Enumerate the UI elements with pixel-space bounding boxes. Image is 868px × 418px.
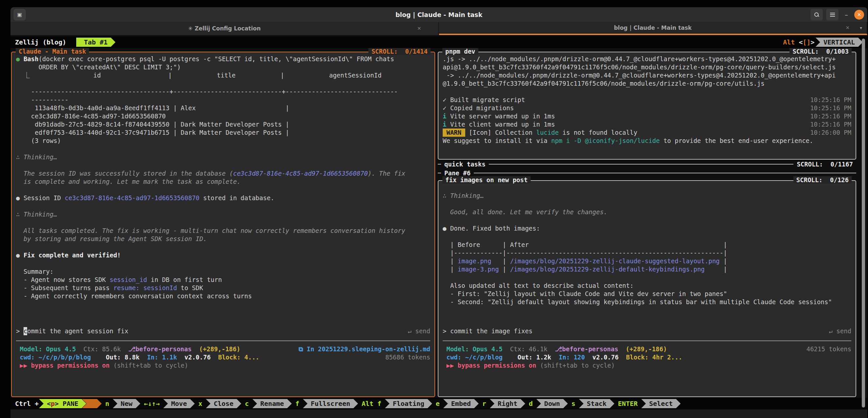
app-icon[interactable]: ▣ — [14, 9, 26, 20]
tab-close-icon[interactable]: ✕ — [845, 25, 850, 31]
pane-scroll-indicator: SCROLL: 0/126 — [794, 176, 851, 184]
terminal-line: Summary: — [16, 267, 430, 276]
pnpm-output: .js -> ../../node_modules/.pnpm/drizzle-… — [438, 52, 856, 145]
terminal-line: ce3c3d87-816e-4c85-ad97-1d6653560870 — [16, 112, 430, 120]
keybind-action-ribbon: Close — [206, 399, 241, 408]
terminal-line: ● Fix complete and verified! — [16, 251, 430, 259]
terminal-line: api@1.9.0_bett_b3c7fc33760f42a9f04791c11… — [443, 63, 851, 71]
pane-scroll-indicator: SCROLL: 0/1003 — [789, 48, 851, 55]
terminal-line: |-------------|-------------------------… — [443, 249, 851, 257]
keybind-action-ribbon: Move — [163, 399, 195, 408]
terminal-line — [16, 243, 430, 251]
zellij-keybind-bar: Ctrl + <p> PANE nNew←↓↑→MovexClosecRenam… — [10, 398, 867, 410]
terminal-line: ⎿ id | title | agentSessionId — [16, 71, 430, 79]
fix-images-output: ∴ Thinking… Good, all done. Let me verif… — [438, 181, 856, 306]
keybind-key-ribbon: ←↓↑→ — [136, 399, 167, 408]
keybind-key-ribbon: Alt f — [354, 399, 389, 408]
terminal-line: Model: Opus 4.5 Ctx: 85.6k ⎇before-perso… — [16, 345, 430, 353]
terminal-line: - First: "Zellij layout with Claude Code… — [443, 290, 851, 298]
pane-6-collapsed[interactable]: Pane #6 — [438, 168, 856, 177]
claude-prompt-input[interactable]: > commit the agent session fix↵ send — [16, 327, 430, 335]
terminal-line: 113a48fb-0d3b-4a0d-aa9a-8eedf1ff4113 | A… — [16, 104, 430, 112]
scrollbar-thumb[interactable] — [862, 39, 865, 408]
terminal-line: ∴ Thinking… — [443, 192, 851, 200]
mode-ribbon-pane: <p> PANE — [39, 399, 86, 408]
keybind-key-ribbon: ENTER — [610, 399, 646, 408]
app-icon-glyph: ▣ — [17, 11, 22, 18]
menu-button[interactable] — [826, 9, 839, 21]
pane-title: Claude - Main task — [16, 48, 89, 55]
pane-quick-tasks-collapsed[interactable]: quick tasks SCROLL: 0/1167 — [438, 160, 856, 168]
terminal-window: ▣ blog | Claude - Main task – ✕ ✳ Zellij… — [10, 7, 867, 418]
terminal-line: | Before | After | — [443, 241, 851, 249]
terminal-line: We suggest to install it via npm i -D @i… — [443, 137, 851, 145]
terminal-line: > commit the image fixes↵ send — [443, 327, 851, 335]
pane-pnpm-dev[interactable]: pnpm dev SCROLL: 0/1003 .js -> ../../nod… — [438, 52, 856, 160]
terminal-line — [443, 184, 851, 192]
terminal-line: edf0f753-4613-440d-92c1-37c9471b6715 | D… — [16, 129, 430, 137]
pane-fix-images[interactable]: fix images on new post SCROLL: 0/126 ∴ T… — [438, 180, 856, 397]
window-bottom-strip — [10, 410, 867, 418]
tab-close-icon[interactable]: ✕ — [417, 26, 422, 31]
fix-images-status-bar: Model: Opus 4.5 Ctx: 46.1k ⎇before-perso… — [443, 345, 851, 369]
terminal-line: ● Bash(docker exec core-postgres psql -U… — [16, 55, 430, 63]
terminal-line: ● Done. Fixed both images: — [443, 224, 851, 232]
terminal-line: by storing and resuming the Agent SDK se… — [16, 235, 430, 243]
pane-title: Pane #6 — [441, 169, 474, 176]
keybind-action-ribbon: Stack — [579, 399, 614, 408]
terminal-line — [443, 88, 851, 96]
search-button[interactable] — [810, 9, 823, 21]
terminal-line: The session ID was successfully stored i… — [16, 169, 430, 178]
tab-dropdown-icon[interactable]: ▾ — [860, 25, 862, 30]
terminal-line — [16, 219, 430, 227]
tab-zellij-config[interactable]: ✳ Zellij Config Location ✕ — [10, 22, 439, 35]
terminal-line: ---------- — [16, 96, 430, 104]
pane-claude-main-task[interactable]: Claude - Main task SCROLL: 0/1414 ● Bash… — [11, 52, 435, 397]
tab-label: blog | Claude - Main task — [614, 25, 692, 31]
terminal-line: i Vite client warmed up in 1ms10:25:16 P… — [443, 120, 851, 129]
terminal-line: cwd: ~/c/p/blog Out: 1.2k In: 120 v2.0.7… — [443, 353, 851, 361]
terminal-line: Good, all done. Let me verify the change… — [443, 208, 851, 216]
terminal-line: > commit the agent session fix↵ send — [16, 327, 430, 335]
terminal-line: ▶▶ bypass permissions on (shift+tab to c… — [443, 361, 851, 369]
keybind-action-ribbon: Rename — [253, 399, 292, 408]
claude-output: ● Bash(docker exec core-postgres psql -U… — [12, 52, 434, 300]
terminal-line: is complete and working. Let me mark the… — [16, 178, 430, 186]
terminal-line: WARN [Icon] Collection lucide is not fou… — [443, 129, 851, 137]
search-icon — [814, 12, 819, 17]
terminal-line: (3 rows) — [16, 137, 430, 145]
terminal-line: All tasks completed. The fix is working … — [16, 227, 430, 235]
terminal-line: ✓ Built migrate script10:25:16 PM — [443, 96, 851, 104]
minimize-button[interactable]: – — [842, 11, 851, 19]
terminal-content: Zellij (blog) Tab #1 Alt <[]> VERTICAL C… — [10, 35, 867, 418]
zellij-tab-bar: Zellij (blog) Tab #1 Alt <[]> VERTICAL — [10, 36, 867, 48]
claude-status-bar: Model: Opus 4.5 Ctx: 85.6k ⎇before-perso… — [16, 345, 430, 369]
terminal-line: i Vite server warmed up in 1ms10:25:16 P… — [443, 112, 851, 120]
keybind-action-ribbon: Fullscreen — [303, 399, 358, 408]
terminal-line: - Subsequent turns pass resume: sessionI… — [16, 284, 430, 292]
terminal-line: Also updated alt text to describe actual… — [443, 282, 851, 290]
pane-scroll-indicator: SCROLL: 0/1167 — [794, 161, 856, 168]
divider — [16, 341, 430, 341]
workspace: Claude - Main task SCROLL: 0/1414 ● Bash… — [10, 48, 867, 398]
terminal-line: ORDER BY \"createdAt\" DESC LIMIT 3;") — [16, 63, 430, 71]
terminal-line: ✓ Copied migrations10:25:16 PM — [443, 104, 851, 112]
tab-blog-claude-main[interactable]: blog | Claude - Main task ✕ ▾ — [439, 22, 868, 35]
divider — [443, 341, 851, 341]
hamburger-icon — [830, 14, 835, 15]
fix-images-prompt-input[interactable]: > commit the image fixes↵ send — [443, 327, 851, 335]
terminal-line: | image-3.png | /images/blog/20251229-ze… — [443, 265, 851, 274]
keybind-action-ribbon: Select — [641, 399, 681, 408]
terminal-line — [16, 145, 430, 153]
terminal-line — [443, 232, 851, 241]
tab-label: ✳ Zellij Config Location — [188, 25, 261, 32]
titlebar: ▣ blog | Claude - Main task – ✕ — [10, 7, 867, 22]
terminal-line: -------------------------------------+--… — [16, 88, 430, 96]
right-column: pnpm dev SCROLL: 0/1003 .js -> ../../nod… — [438, 52, 856, 397]
terminal-line: @1.9.0_bett_b3c7fc33760f42a9f04791c1176f… — [443, 79, 851, 88]
keybind-action-ribbon: Right — [490, 399, 525, 408]
terminal-line: ● Session ID ce3c3d87-816e-4c85-ad97-1d6… — [16, 194, 430, 202]
zellij-tab-1[interactable]: Tab #1 — [76, 38, 116, 47]
close-button[interactable]: ✕ — [854, 10, 864, 20]
pane-title: pnpm dev — [442, 48, 478, 55]
